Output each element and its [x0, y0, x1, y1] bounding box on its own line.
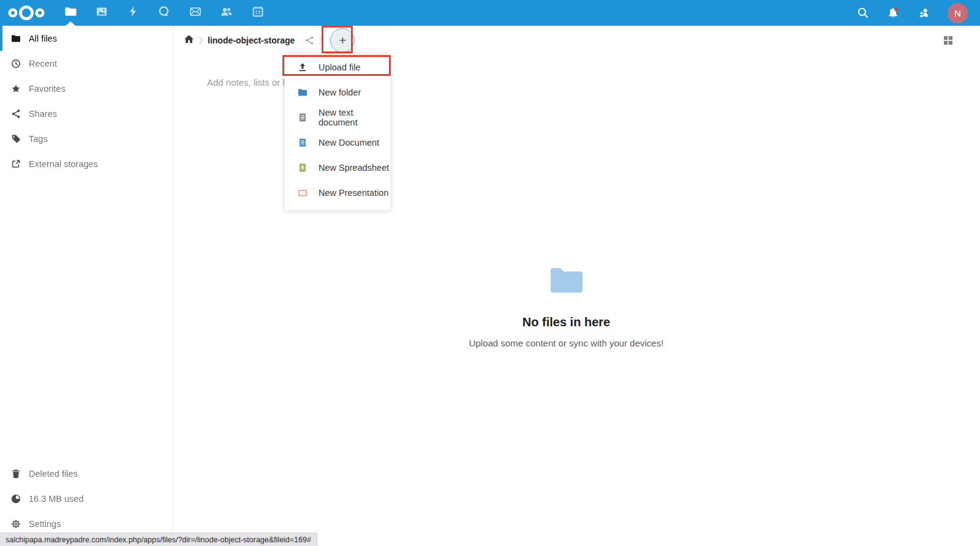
sidebar-item-label: Recent: [29, 59, 57, 69]
tag-icon: [11, 134, 21, 144]
empty-state-subtitle: Upload some content or sync with your de…: [174, 338, 959, 348]
folder-icon: [11, 34, 21, 43]
sidebar-item-label: External storages: [29, 159, 98, 169]
sidebar-item-shares[interactable]: Shares: [0, 101, 173, 126]
app-tabs: [55, 0, 273, 26]
menu-item-new-document[interactable]: New Document: [285, 130, 390, 155]
app-calendar-button[interactable]: [242, 0, 273, 26]
activity-lightning-icon: [127, 6, 138, 20]
upload-icon: [298, 62, 307, 72]
breadcrumb-share-icon[interactable]: [304, 36, 314, 45]
mail-envelope-icon: [189, 6, 202, 20]
gear-icon: [11, 519, 21, 529]
menu-item-label: New folder: [318, 88, 361, 97]
photos-icon: [96, 6, 108, 20]
app-mail-button[interactable]: [179, 0, 211, 26]
quota-pie-icon: [11, 494, 21, 504]
sidebar-item-label: Tags: [29, 134, 48, 144]
sidebar-item-label: Favorites: [29, 84, 66, 94]
app-talk-button[interactable]: [148, 0, 179, 26]
folder-blue-icon: [298, 88, 307, 97]
menu-item-label: Upload file: [318, 62, 361, 72]
sidebar-item-favorites[interactable]: Favorites: [0, 76, 173, 101]
app-activity-button[interactable]: [117, 0, 148, 26]
menu-item-upload-file[interactable]: Upload file: [285, 54, 390, 80]
sidebar-item-all-files[interactable]: All files: [0, 26, 173, 51]
external-link-icon: [11, 159, 21, 169]
sidebar-item-label: Shares: [29, 109, 57, 119]
contacts-menu-icon[interactable]: [918, 7, 930, 19]
menu-item-label: New Spreadsheet: [318, 163, 389, 173]
sidebar-item-recent[interactable]: Recent: [0, 51, 173, 76]
app-photos-button[interactable]: [86, 0, 117, 26]
sidebar-item-label: Settings: [29, 519, 61, 529]
notifications-bell-icon[interactable]: [887, 7, 900, 20]
clock-icon: [11, 59, 21, 69]
empty-folder-icon: [551, 266, 582, 293]
topbar-right: N: [857, 3, 980, 23]
sidebar: All files Recent Favorites Shares Tags E…: [0, 26, 173, 546]
text-document-icon: [298, 113, 307, 122]
contacts-people-icon: [220, 6, 233, 20]
menu-item-new-spreadsheet[interactable]: New Spreadsheet: [285, 155, 390, 180]
menu-item-label: New text document: [318, 108, 390, 127]
menu-item-label: New Presentation: [318, 188, 388, 198]
menu-item-label: New Document: [318, 138, 379, 148]
star-icon: [11, 84, 21, 94]
menu-item-new-folder[interactable]: New folder: [285, 80, 390, 105]
spreadsheet-icon: [298, 163, 307, 173]
sidebar-footer: Deleted files 16.3 MB used Settings: [0, 461, 173, 536]
app-contacts-button[interactable]: [211, 0, 242, 26]
chevron-right-icon: [198, 36, 203, 45]
grid-view-toggle-icon[interactable]: [943, 36, 953, 45]
chevron-right-icon: [318, 36, 323, 45]
talk-icon: [158, 6, 170, 20]
app-files-button[interactable]: [55, 0, 86, 26]
presentation-icon: [298, 188, 307, 198]
menu-item-new-presentation[interactable]: New Presentation: [285, 180, 390, 205]
empty-state: No files in here Upload some content or …: [174, 266, 959, 348]
share-icon: [11, 109, 21, 119]
menu-item-new-text-document[interactable]: New text document: [285, 105, 390, 130]
search-icon[interactable]: [857, 7, 869, 19]
document-icon: [298, 138, 307, 148]
files-folder-icon: [64, 6, 77, 20]
trash-icon: [11, 469, 21, 479]
sidebar-item-label: All files: [29, 34, 57, 43]
breadcrumb-folder-name[interactable]: linode-object-storage: [208, 36, 295, 45]
empty-state-title: No files in here: [174, 315, 959, 329]
top-bar: N: [0, 0, 980, 26]
sidebar-item-quota[interactable]: 16.3 MB used: [0, 486, 173, 511]
sidebar-item-tags[interactable]: Tags: [0, 126, 173, 151]
home-icon[interactable]: [184, 34, 194, 47]
calendar-icon: [252, 6, 264, 20]
workspace-notes-placeholder[interactable]: Add notes, lists or lin: [207, 77, 292, 88]
status-url-tooltip: salchipapa.madreypadre.com/index.php/app…: [0, 533, 317, 546]
sidebar-item-label: 16.3 MB used: [29, 494, 83, 504]
sidebar-item-deleted-files[interactable]: Deleted files: [0, 461, 173, 486]
breadcrumb: linode-object-storage +: [174, 26, 980, 55]
new-menu: Upload file New folder New text document…: [284, 54, 391, 211]
nextcloud-logo[interactable]: [8, 4, 45, 21]
new-button[interactable]: +: [330, 28, 355, 53]
files-content: linode-object-storage + Add notes, lists…: [174, 26, 980, 546]
avatar[interactable]: N: [948, 3, 968, 23]
sidebar-item-label: Deleted files: [29, 469, 78, 479]
sidebar-item-external-storages[interactable]: External storages: [0, 151, 173, 176]
